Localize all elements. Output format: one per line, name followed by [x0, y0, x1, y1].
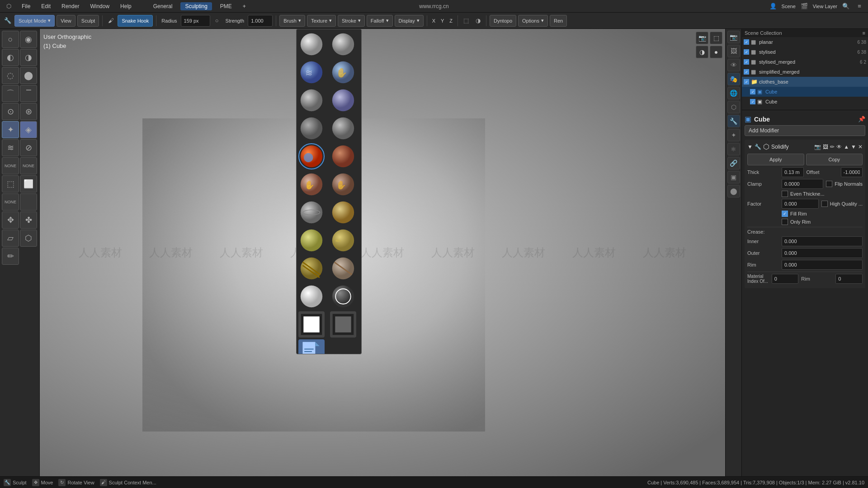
flip-normals-box[interactable] — [826, 181, 832, 187]
mat-item-3[interactable]: ≋ — [298, 59, 325, 85]
mat-item-12[interactable]: ✋ — [330, 171, 356, 197]
outliner-row-stylised[interactable]: ✓ ▦ stylised 6 38 — [742, 47, 868, 57]
tool-none3[interactable]: NONE — [2, 193, 19, 211]
tool-transform[interactable]: ✥ — [2, 211, 19, 229]
shading-icon[interactable]: ◑ — [473, 16, 483, 26]
mat-item-14[interactable] — [330, 199, 356, 225]
tool-elastic[interactable]: ⬚ — [2, 175, 19, 192]
flip-normals-checkbox[interactable]: Flip Normals — [826, 181, 863, 187]
add-modifier-btn[interactable]: Add Modifier — [745, 125, 865, 136]
view-btn[interactable]: View — [57, 15, 75, 27]
tool-none1[interactable]: NONE — [2, 157, 19, 174]
mat-item-1[interactable] — [298, 31, 325, 57]
modifier-close-icon[interactable]: ✕ — [858, 144, 863, 150]
display-btn[interactable]: Display ▾ — [395, 15, 424, 27]
outliner-row-cube[interactable]: ✓ ▣ Cube — [742, 87, 868, 97]
vp-camera-icon[interactable]: 📷 — [696, 32, 708, 44]
axis-y[interactable]: Y — [439, 17, 446, 24]
high-quality-box[interactable] — [821, 201, 828, 207]
ri-particles-icon[interactable]: ✦ — [727, 129, 740, 141]
tool-lasso[interactable]: ⬡ — [20, 230, 37, 247]
sculpt-mode-dropdown[interactable]: Sculpt Mode ▾ — [14, 15, 55, 27]
only-rim-checkbox[interactable]: Only Rim — [782, 219, 811, 225]
mat-item-8[interactable] — [330, 115, 356, 141]
modifier-edit-icon[interactable]: ✏ — [830, 144, 835, 150]
only-rim-box[interactable] — [782, 219, 788, 225]
outliner-filter-icon[interactable]: ≡ — [863, 30, 865, 36]
outliner-row-stylised-merged[interactable]: ✓ ▦ stylised_merged 6 2 — [742, 57, 868, 67]
tool-smooth[interactable]: ≋ — [2, 139, 19, 156]
thick-input[interactable] — [782, 167, 804, 177]
mat-item-2[interactable] — [330, 31, 356, 57]
mat-item-10[interactable] — [330, 143, 356, 169]
tool-pose[interactable]: ⬜ — [20, 175, 37, 192]
tool-draw[interactable]: ○ — [2, 31, 19, 48]
outliner-row-simplified[interactable]: ✓ ▦ simplified_merged — [742, 67, 868, 77]
vis-simplified[interactable]: ✓ — [744, 69, 749, 75]
stroke-btn[interactable]: Stroke ▾ — [338, 15, 365, 27]
dyntopo-btn[interactable]: Dyntopo — [490, 15, 516, 27]
mat-item-4[interactable]: ✋ — [330, 59, 356, 85]
ri-world-icon[interactable]: 🌐 — [727, 87, 740, 99]
blender-logo-icon[interactable]: ⬡ — [4, 1, 14, 11]
vp-shader-icon[interactable]: ● — [710, 46, 722, 58]
vis-planar[interactable]: ✓ — [744, 39, 749, 45]
brush-name-btn[interactable]: Snake Hook — [118, 15, 153, 27]
tool-none2[interactable]: NONE — [20, 157, 37, 174]
tool-pinch[interactable]: ◈ — [20, 121, 37, 138]
modifier-cam-icon[interactable]: 📷 — [814, 144, 821, 150]
even-thickness-box[interactable] — [782, 191, 788, 197]
vp-overlay-icon[interactable]: ◑ — [696, 46, 708, 58]
modifier-vis-icon[interactable]: 👁 — [836, 144, 842, 150]
workspace-add[interactable]: + — [240, 2, 249, 10]
options-btn[interactable]: Options ▾ — [518, 15, 548, 27]
tool-paint[interactable]: ✏ — [2, 248, 19, 265]
workspace-pme[interactable]: PME — [217, 2, 235, 10]
outliner-row-cube2[interactable]: ✓ ▣ Cube — [742, 97, 868, 107]
axis-z[interactable]: Z — [448, 17, 454, 24]
vis-cube2[interactable]: ✓ — [750, 99, 755, 104]
tool-box[interactable]: ▱ — [2, 230, 19, 247]
ri-scene-icon[interactable]: 🎭 — [727, 73, 740, 85]
modifier-up-icon[interactable]: ▲ — [844, 144, 849, 150]
menu-window[interactable]: Window — [87, 2, 112, 10]
ri-render-icon[interactable]: 📷 — [727, 31, 740, 43]
mat-item-6[interactable] — [330, 87, 356, 113]
outliner-row-planar[interactable]: ✓ ▦ planar 6 38 — [742, 37, 868, 47]
tool-fill[interactable]: ⊙ — [2, 103, 19, 120]
tool-inflate[interactable]: ◌ — [2, 67, 19, 84]
mat-item-11[interactable]: ✋ — [298, 171, 325, 197]
mat-item-20[interactable] — [330, 283, 356, 310]
tool-blob[interactable]: ⬤ — [20, 67, 37, 84]
tool-mask[interactable]: ⊘ — [20, 139, 37, 156]
tool-none4[interactable] — [20, 193, 37, 211]
matindex-input[interactable] — [772, 274, 799, 284]
factor-input[interactable] — [782, 199, 819, 209]
tool-draw2[interactable]: ◉ — [20, 31, 37, 48]
ri-view-icon[interactable]: 👁 — [727, 59, 740, 71]
mat-item-18[interactable] — [330, 255, 356, 282]
tool-flatten[interactable]: ⎺ — [20, 85, 37, 102]
ri-output-icon[interactable]: 🖼 — [727, 45, 740, 57]
menu-help[interactable]: Help — [118, 2, 134, 10]
ri-physics-icon[interactable]: ⚛ — [727, 143, 740, 155]
mat-item-15[interactable] — [298, 227, 325, 253]
offset-input[interactable] — [841, 167, 863, 177]
brush-icon[interactable]: 🖌 — [106, 16, 116, 26]
overlay-icon[interactable]: ⬚ — [461, 16, 471, 26]
mat-item-17[interactable] — [298, 255, 325, 282]
fill-rim-box[interactable] — [782, 211, 788, 217]
mat-item-9[interactable]: ⬤ — [298, 143, 325, 169]
ri-object-icon[interactable]: ⬡ — [727, 101, 740, 113]
viewport[interactable]: 人人素材人人素材人人素材 人人素材人人素材人人素材 人人素材人人素材人人素材 U… — [40, 29, 725, 476]
workspace-sculpting[interactable]: Sculpting — [180, 2, 212, 10]
user-prefs-icon[interactable]: 👤 — [768, 1, 778, 11]
vp-perspective-icon[interactable]: ⬚ — [710, 32, 722, 44]
ri-data-icon[interactable]: ▣ — [727, 171, 740, 183]
axis-x[interactable]: X — [430, 17, 437, 24]
tool-multiplane[interactable]: ✦ — [2, 121, 19, 138]
strength-input[interactable] — [248, 15, 273, 27]
copy-btn[interactable]: Copy — [806, 154, 863, 165]
mode-icon[interactable]: 🔧 — [3, 16, 13, 26]
brush-btn[interactable]: Brush ▾ — [279, 15, 305, 27]
